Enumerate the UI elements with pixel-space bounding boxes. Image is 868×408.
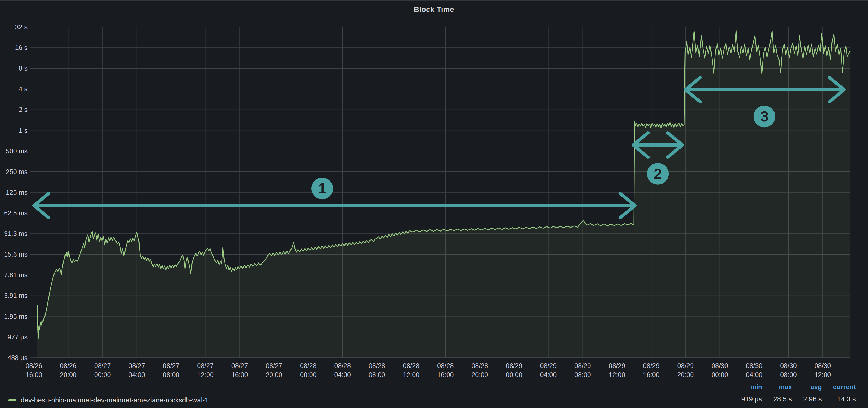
x-tick-date: 08/29 bbox=[643, 362, 660, 369]
x-tick-time: 12:00 bbox=[403, 371, 420, 378]
x-tick-date: 08/27 bbox=[231, 362, 248, 369]
x-tick-date: 08/30 bbox=[814, 362, 831, 369]
y-tick-label: 977 µs bbox=[7, 333, 28, 341]
arrow-segment bbox=[34, 194, 49, 206]
x-tick-time: 08:00 bbox=[780, 371, 797, 378]
x-tick-time: 20:00 bbox=[677, 371, 694, 378]
x-tick-time: 12:00 bbox=[814, 371, 831, 378]
x-tick-date: 08/30 bbox=[780, 362, 797, 369]
x-tick-date: 08/28 bbox=[471, 362, 488, 369]
x-tick-time: 00:00 bbox=[300, 371, 317, 378]
y-tick-label: 16 s bbox=[15, 44, 28, 51]
annotation-arrow-1 bbox=[34, 194, 635, 218]
x-tick-time: 00:00 bbox=[712, 371, 728, 378]
arrow-segment bbox=[34, 206, 49, 218]
stat-avg-header[interactable]: avg bbox=[810, 383, 822, 390]
stat-min-value: 919 µs bbox=[741, 395, 762, 403]
y-tick-label: 31.3 ms bbox=[4, 230, 28, 237]
annotation-number-2: 2 bbox=[654, 165, 662, 182]
x-tick-date: 08/27 bbox=[197, 362, 214, 369]
stat-min-header[interactable]: min bbox=[750, 383, 762, 390]
x-tick-date: 08/30 bbox=[712, 362, 728, 369]
x-tick-date: 08/29 bbox=[609, 362, 625, 369]
arrow-segment bbox=[620, 194, 635, 206]
series-label[interactable]: dev-besu-ohio-mainnet-dev-mainnet-amezia… bbox=[21, 396, 209, 404]
x-tick-date: 08/27 bbox=[266, 362, 282, 369]
x-tick-time: 08:00 bbox=[369, 371, 385, 378]
stat-current-value: 14.3 s bbox=[837, 395, 856, 403]
x-tick-time: 20:00 bbox=[266, 371, 282, 378]
x-tick-date: 08/28 bbox=[300, 362, 317, 369]
x-tick-date: 08/29 bbox=[677, 362, 694, 369]
x-tick-date: 08/27 bbox=[163, 362, 180, 369]
x-tick-time: 16:00 bbox=[231, 371, 248, 378]
x-tick-time: 12:00 bbox=[197, 371, 214, 378]
x-tick-time: 04:00 bbox=[540, 371, 557, 378]
x-tick-time: 08:00 bbox=[574, 371, 591, 378]
x-tick-date: 08/28 bbox=[334, 362, 351, 369]
x-tick-date: 08/29 bbox=[574, 362, 591, 369]
x-tick-time: 04:00 bbox=[334, 371, 351, 378]
x-tick-time: 16:00 bbox=[643, 371, 660, 378]
x-tick-date: 08/28 bbox=[437, 362, 454, 369]
x-tick-time: 08:00 bbox=[163, 371, 180, 378]
x-tick-time: 00:00 bbox=[506, 371, 522, 378]
y-tick-label: 500 ms bbox=[6, 147, 28, 155]
y-tick-label: 1 s bbox=[19, 127, 28, 134]
annotation-number-3: 3 bbox=[760, 108, 769, 125]
y-tick-label: 62.5 ms bbox=[4, 209, 28, 217]
annotation-number-1: 1 bbox=[318, 180, 326, 197]
x-tick-date: 08/26 bbox=[26, 362, 42, 369]
y-tick-label: 125 ms bbox=[6, 189, 28, 196]
y-tick-label: 7.81 ms bbox=[4, 271, 28, 279]
legend: dev-besu-ohio-mainnet-dev-mainnet-amezia… bbox=[8, 395, 209, 405]
series-color-swatch[interactable] bbox=[8, 399, 17, 401]
x-tick-date: 08/27 bbox=[94, 362, 111, 369]
y-tick-label: 1.95 ms bbox=[4, 313, 28, 320]
x-tick-time: 00:00 bbox=[94, 371, 111, 378]
series-area bbox=[37, 30, 850, 358]
x-tick-time: 04:00 bbox=[128, 371, 145, 378]
y-tick-label: 4 s bbox=[19, 85, 28, 93]
stat-max-header[interactable]: max bbox=[779, 383, 792, 390]
x-tick-date: 08/28 bbox=[369, 362, 385, 369]
y-tick-label: 32 s bbox=[15, 23, 28, 31]
y-tick-label: 2 s bbox=[19, 106, 28, 113]
y-tick-label: 3.91 ms bbox=[4, 292, 28, 299]
x-tick-time: 20:00 bbox=[60, 371, 76, 378]
arrow-segment bbox=[620, 206, 635, 218]
stat-current-header[interactable]: current bbox=[833, 383, 856, 390]
x-tick-time: 12:00 bbox=[609, 371, 625, 378]
x-tick-time: 20:00 bbox=[471, 371, 488, 378]
x-tick-date: 08/26 bbox=[60, 362, 76, 369]
legend-stats: min 919 µs max 28.5 s avg 2.96 s current… bbox=[741, 383, 856, 403]
y-tick-label: 488 µs bbox=[7, 354, 28, 362]
y-tick-label: 250 ms bbox=[6, 168, 28, 175]
x-tick-date: 08/28 bbox=[403, 362, 420, 369]
x-tick-date: 08/29 bbox=[506, 362, 522, 369]
x-tick-date: 08/30 bbox=[746, 362, 763, 369]
stat-avg-value: 2.96 s bbox=[803, 395, 822, 403]
y-tick-label: 8 s bbox=[19, 65, 28, 72]
stat-min: min 919 µs bbox=[741, 383, 762, 403]
stat-max: max 28.5 s bbox=[773, 383, 792, 403]
stat-avg: avg 2.96 s bbox=[803, 383, 822, 403]
x-tick-time: 04:00 bbox=[746, 371, 763, 378]
x-tick-date: 08/27 bbox=[128, 362, 145, 369]
x-tick-date: 08/29 bbox=[540, 362, 557, 369]
stat-max-value: 28.5 s bbox=[773, 395, 792, 403]
x-tick-time: 16:00 bbox=[26, 371, 42, 378]
timeseries-chart[interactable]: 488 µs977 µs1.95 ms3.91 ms7.81 ms15.6 ms… bbox=[0, 0, 868, 408]
x-tick-time: 16:00 bbox=[437, 371, 454, 378]
stat-current: current 14.3 s bbox=[833, 383, 856, 403]
y-tick-label: 15.6 ms bbox=[4, 250, 28, 258]
